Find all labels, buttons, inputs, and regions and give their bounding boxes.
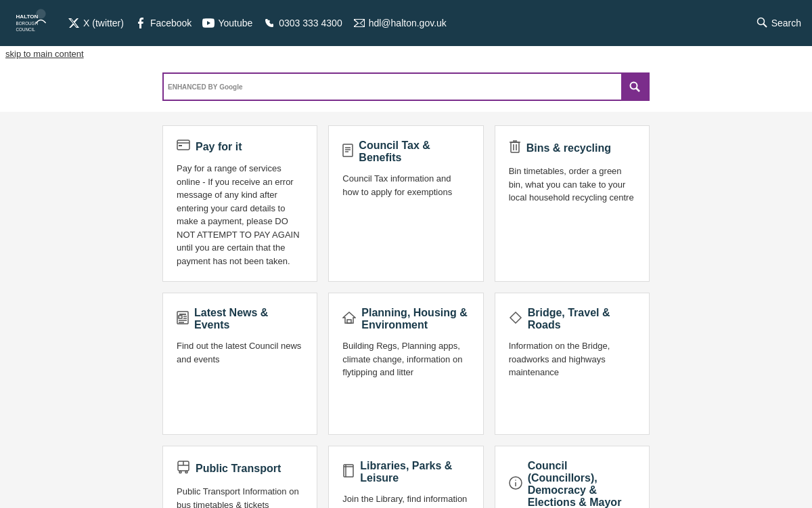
- card-bridge-travel-text: Information on the Bridge, roadworks and…: [509, 339, 635, 379]
- twitter-link[interactable]: X (twitter): [68, 17, 124, 29]
- info-icon: [509, 476, 522, 493]
- phone-link[interactable]: 0303 333 4300: [263, 17, 342, 29]
- svg-text:BOROUGH: BOROUGH: [16, 21, 39, 26]
- card-libraries-parks-title: Libraries, Parks & Leisure: [342, 460, 469, 484]
- svg-line-8: [636, 88, 639, 91]
- logo: HALTON BOROUGH COUNCIL: [11, 3, 51, 43]
- svg-text:COUNCIL: COUNCIL: [16, 27, 36, 32]
- svg-text:HALTON: HALTON: [16, 14, 39, 20]
- card-council-tax-title: Council Tax & Benefits: [342, 140, 469, 164]
- search-button[interactable]: Search: [757, 17, 801, 30]
- card-planning-housing[interactable]: Planning, Housing & Environment Building…: [328, 293, 483, 435]
- cards-grid: Pay for it Pay for a range of services o…: [162, 125, 650, 508]
- card-public-transport-text: Public Transport Information on bus time…: [177, 485, 303, 508]
- search-area: ENHANCED BY Google: [0, 62, 812, 112]
- bin-icon: [509, 140, 521, 156]
- diamond-icon: [509, 311, 522, 328]
- email-icon: [353, 17, 365, 29]
- svg-point-4: [36, 9, 45, 18]
- email-label: hdl@halton.gov.uk: [369, 18, 447, 28]
- x-icon: [68, 17, 80, 29]
- social-nav: X (twitter) Facebook Youtube: [68, 17, 757, 29]
- search-submit-button[interactable]: [621, 74, 648, 100]
- card-libraries-parks[interactable]: Libraries, Parks & Leisure Join the Libr…: [328, 446, 483, 508]
- card-latest-news[interactable]: Latest News & Events Find out the latest…: [162, 293, 317, 435]
- card-public-transport[interactable]: Public Transport Public Transport Inform…: [162, 446, 317, 508]
- svg-rect-29: [347, 320, 351, 323]
- facebook-label: Facebook: [150, 18, 191, 28]
- card-council-tax[interactable]: Council Tax & Benefits Council Tax infor…: [328, 125, 483, 282]
- svg-rect-11: [179, 145, 182, 146]
- search-input[interactable]: [247, 76, 621, 98]
- credit-card-icon: [177, 140, 190, 154]
- bus-icon: [177, 460, 190, 477]
- card-bridge-travel[interactable]: Bridge, Travel & Roads Information on th…: [495, 293, 650, 435]
- card-pay-for-it-title: Pay for it: [177, 140, 303, 154]
- twitter-label: X (twitter): [83, 18, 124, 28]
- card-planning-housing-text: Building Regs, Planning apps, climate ch…: [342, 339, 469, 379]
- search-icon: [757, 17, 767, 30]
- svg-point-42: [515, 480, 516, 481]
- phone-icon: [263, 17, 275, 29]
- card-latest-news-title: Latest News & Events: [177, 307, 303, 331]
- logo-container[interactable]: HALTON BOROUGH COUNCIL: [11, 3, 51, 43]
- svg-point-33: [179, 471, 181, 473]
- youtube-icon: [202, 17, 215, 29]
- enhanced-by-label: ENHANCED BY Google: [164, 83, 247, 91]
- svg-line-6: [763, 24, 767, 27]
- card-council-democracy[interactable]: Council (Councillors), Democracy & Elect…: [495, 446, 650, 508]
- card-public-transport-title: Public Transport: [177, 460, 303, 477]
- card-bridge-travel-title: Bridge, Travel & Roads: [509, 307, 635, 331]
- youtube-link[interactable]: Youtube: [202, 17, 252, 29]
- svg-rect-12: [343, 144, 353, 156]
- card-council-democracy-title: Council (Councillors), Democracy & Elect…: [509, 460, 635, 508]
- facebook-icon: [135, 17, 147, 29]
- news-icon: [177, 311, 189, 328]
- svg-rect-16: [511, 142, 519, 152]
- main-content: Pay for it Pay for a range of services o…: [0, 112, 812, 508]
- svg-point-34: [185, 471, 187, 473]
- email-link[interactable]: hdl@halton.gov.uk: [353, 17, 447, 29]
- search-bar: ENHANCED BY Google: [162, 72, 650, 101]
- card-pay-for-it[interactable]: Pay for it Pay for a range of services o…: [162, 125, 317, 282]
- youtube-label: Youtube: [218, 18, 252, 28]
- card-council-tax-text: Council Tax information and how to apply…: [342, 172, 469, 198]
- card-libraries-parks-text: Join the Library, find information on pa…: [342, 492, 469, 508]
- facebook-link[interactable]: Facebook: [135, 17, 191, 29]
- card-pay-for-it-text: Pay for a range of services online - If …: [177, 162, 303, 268]
- skip-link[interactable]: skip to main content: [0, 46, 812, 62]
- document-icon: [342, 144, 353, 161]
- search-label: Search: [771, 18, 801, 28]
- book-icon: [342, 464, 355, 481]
- phone-label: 0303 333 4300: [279, 18, 342, 28]
- card-latest-news-text: Find out the latest Council news and eve…: [177, 339, 303, 366]
- card-planning-housing-title: Planning, Housing & Environment: [342, 307, 469, 331]
- card-bins-recycling-text: Bin timetables, order a green bin, what …: [509, 165, 635, 205]
- site-header: HALTON BOROUGH COUNCIL X (twitter): [0, 0, 812, 46]
- svg-rect-24: [179, 316, 182, 318]
- card-bins-recycling-title: Bins & recycling: [509, 140, 635, 156]
- house-icon: [342, 312, 356, 327]
- card-bins-recycling[interactable]: Bins & recycling Bin timetables, order a…: [495, 125, 650, 282]
